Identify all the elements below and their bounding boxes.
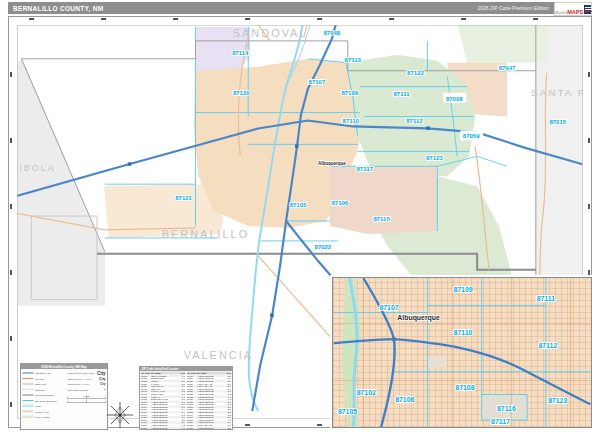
zip-label: 87116 [497, 405, 516, 412]
legend-item-label: County Boundary [35, 393, 54, 396]
zip-label: 87106 [332, 200, 349, 206]
legend-city-sample: City [99, 377, 106, 381]
zip-label: 87105 [290, 202, 307, 208]
edition-label: 2026 ZIP Code Premium Edition [477, 5, 549, 11]
zip-label: 87123 [426, 155, 443, 161]
legend-swatch-dash-icon [23, 389, 34, 390]
ne-foothills-area [457, 23, 547, 63]
campus-area [428, 357, 446, 367]
legend-item-label: Military Area [35, 410, 49, 413]
county-label-sandoval: SANDOVAL [233, 27, 308, 39]
albuquerque-inset-map: Albuquerque 87107 87109 87111 87110 8711… [332, 277, 592, 428]
map-page: BERNALILLO COUNTY, NM 2026 ZIP Code Prem… [0, 0, 600, 435]
zip-index-table: ZIP Code Index/Grid Locator ZIP CodeZIP … [139, 366, 233, 430]
zip-label: 87015 [549, 119, 566, 125]
legend-lines: Interstate HwyUS HwyState HwyRailroadCou… [23, 370, 66, 420]
legend-swatch-fill-icon [23, 405, 34, 408]
zip-label: 87106 [395, 396, 414, 403]
zip-label: 87048 [324, 30, 341, 36]
legend-city-sample: City [97, 370, 106, 375]
zip-label: 87059 [463, 133, 480, 139]
zip-label: 87112 [538, 342, 557, 349]
legend-swatch-fill-icon [23, 416, 34, 419]
zip-table-column: ZIP CodeZIP NameGrid87113ALBUQUERQUEE-28… [187, 372, 231, 429]
zip-label: 87022 [315, 244, 332, 250]
legend-swatch-fill-icon [23, 410, 34, 413]
zip-table-column: ZIP CodeZIP NameGrid87008CEDAR CRESTF-38… [141, 372, 185, 429]
legend-city-item: Cities Below 2,500• [68, 387, 106, 393]
zip-table-cell: F-3 [179, 426, 185, 429]
zip-label: 87110 [454, 329, 473, 336]
county-label-cibola: CIBOLA [11, 163, 56, 173]
inset-canvas: Albuquerque 87107 87109 87111 87110 8711… [333, 278, 591, 427]
zip-label: 87108 [455, 384, 474, 391]
legend-swatch-line-icon [23, 383, 34, 384]
legend-swatch-line-icon [23, 400, 34, 401]
zip-label: 87112 [406, 118, 423, 124]
legend-city-label: Cities 2,500 - 9,999 [68, 382, 90, 385]
county-label-bernalillo: BERNALILLO [162, 228, 249, 240]
big-i-interchange [392, 337, 396, 341]
zip-table-row: 87187ALBUQUERQUEC-2 [187, 426, 231, 429]
zip-label: 87105 [338, 408, 357, 415]
inset-city-label: Albuquerque [397, 314, 440, 322]
zip-label: 87109 [453, 286, 472, 293]
legend-city-sample: City [100, 382, 105, 385]
bosque-green-area [342, 278, 362, 427]
legend-swatch-line-icon [23, 372, 34, 373]
zip-label: 87110 [343, 118, 360, 124]
header-bar: BERNALILLO COUNTY, NM 2026 ZIP Code Prem… [8, 2, 554, 14]
zip-label: 87111 [537, 295, 556, 302]
county-label-santa-fe: SANTA FE [531, 87, 591, 98]
zip-label: 87047 [499, 65, 516, 71]
zip-label: 87114 [232, 50, 249, 56]
zip-label: 87120 [233, 90, 250, 96]
legend-item-label: Park / Forest [35, 415, 49, 418]
zip-label: 87107 [309, 79, 326, 85]
legend-item-label: State Hwy [35, 382, 46, 385]
compass-rose-icon [106, 401, 134, 429]
city-label-albuquerque: Albuquerque [318, 161, 346, 166]
county-label-valencia: VALENCIA [184, 349, 253, 361]
zip-table-cell: C-2 [225, 426, 231, 429]
header: BERNALILLO COUNTY, NM 2026 ZIP Code Prem… [8, 2, 592, 14]
legend-item-label: Water [35, 404, 42, 407]
legend-item: Park / Forest [23, 414, 66, 420]
zip-table-cell: ALBUQUERQUE [197, 426, 225, 429]
zip-label: 87113 [345, 57, 362, 63]
zip-table-cell: ALBUQUERQUE [151, 426, 179, 429]
legend-swatch-line-icon [23, 378, 34, 379]
zip-label: 87117 [357, 166, 374, 172]
legend-city-label: Cities Below 2,500 [68, 388, 89, 391]
zip-label: 87111 [394, 91, 411, 97]
legend-city-label: Cities 50,000 and Above [68, 371, 95, 374]
legend-item-label: ZIP Code Boundary [35, 399, 57, 402]
legend-swatch-line-icon [23, 394, 34, 395]
zip-label: 87008 [446, 96, 463, 102]
scale-bar-2 [68, 401, 106, 403]
map-legend: 2026 Bernalillo County, NM Map Interstat… [20, 363, 108, 430]
grid-ticks-top [29, 18, 571, 20]
legend-city-sample: • [104, 388, 105, 391]
zip-label: 87109 [341, 90, 358, 96]
brand-logo: MarketMAPS [554, 2, 592, 16]
zip-label: 87122 [407, 70, 424, 76]
zip-table-cell: 87112 [141, 426, 151, 429]
zip-label: 87117 [491, 418, 510, 425]
zip-label: 87102 [357, 389, 376, 396]
zip-table-cell: 87187 [187, 426, 197, 429]
grid-ticks-left [10, 37, 12, 407]
zip-label: 87115 [373, 216, 390, 222]
zip-label: 87121 [175, 195, 192, 201]
legend-cities: Cities 50,000 and AboveCityCities 10,000… [68, 370, 106, 392]
zip-table-row: 87112ALBUQUERQUEF-3 [141, 426, 185, 429]
legend-city-label: Cities 10,000 - 49,999 [68, 377, 92, 380]
zip-table-grid: ZIP CodeZIP NameGrid87008CEDAR CRESTF-38… [140, 371, 232, 429]
zip-label: 87107 [379, 304, 398, 311]
page-title: BERNALILLO COUNTY, NM [13, 5, 103, 12]
zip-label: 87123 [548, 397, 567, 404]
logo-mark-icon [584, 5, 591, 14]
legend-item-label: Railroad [35, 388, 44, 391]
legend-item-label: US Hwy [35, 377, 44, 380]
legend-item-label: Interstate Hwy [35, 371, 51, 374]
